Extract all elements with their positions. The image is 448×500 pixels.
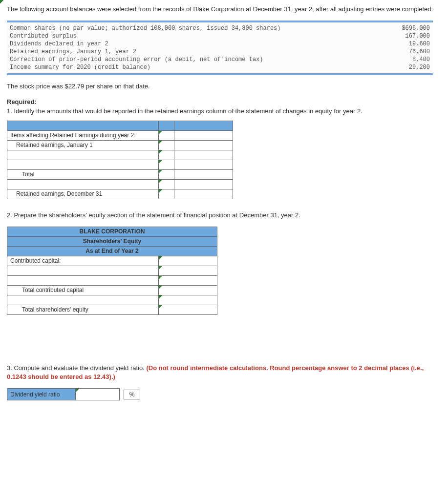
amount-cell[interactable] [159,160,174,169]
account-value: 167,000 [405,33,430,40]
percent-unit-cell: % [120,389,144,400]
equity-title: Shareholders' Equity [7,236,217,246]
retained-earnings-jan1-label: Retained earnings, January 1 [7,140,159,150]
account-label: Dividends declared in year 2 [10,41,108,47]
amount-cell[interactable] [159,179,174,189]
q3-text: 3. Compute and evaluate the dividend yie… [7,364,441,381]
account-row: Income summary for 2020 (credit balance)… [10,63,430,71]
retained-earnings-dec31-label: Retained earnings, December 31 [7,189,159,199]
amount-cell[interactable] [159,150,174,160]
total-shareholders-equity-label: Total shareholders' equity [7,305,159,314]
amount-cell[interactable] [174,169,233,179]
amount-cell[interactable] [159,130,174,140]
account-value: 8,400 [412,56,430,63]
blank-item-cell[interactable] [7,266,159,275]
total-label: Total [7,169,159,179]
account-label: Income summary for 2020 (credit balance) [10,64,150,71]
amount-cell[interactable] [174,189,233,199]
header-cell [174,121,233,130]
required-label: Required: [7,98,441,106]
blank-item-cell[interactable] [7,295,159,305]
blank-item-cell[interactable] [7,150,159,160]
account-value: 29,200 [409,64,430,71]
amount-cell[interactable] [159,189,174,199]
account-label: Correction of prior-period accounting er… [10,56,263,63]
contributed-capital-label: Contributed capital: [7,256,159,266]
amount-cell[interactable] [159,285,217,295]
account-row: Retained earnings, January 1, year 276,6… [10,48,430,56]
amount-cell[interactable] [174,179,233,189]
blank-item-cell[interactable] [7,179,159,189]
dividend-yield-label: Dividend yield ratio [7,389,76,400]
amount-cell[interactable] [159,169,174,179]
q2-text: 2. Prepare the shareholders' equity sect… [7,211,441,220]
amount-cell[interactable] [159,140,174,150]
account-label: Contributed surplus [10,33,77,40]
intro-text: The following account balances were sele… [7,5,441,14]
amount-cell[interactable] [174,160,233,169]
account-row: Correction of prior-period accounting er… [10,56,430,63]
account-label: Common shares (no par value; authorized … [10,25,281,32]
dividend-yield-table: Dividend yield ratio % [7,388,143,400]
account-value: $696,000 [402,25,430,32]
account-balances-block: Common shares (no par value; authorized … [7,21,433,75]
blank-item-cell[interactable] [7,275,159,285]
amount-cell[interactable] [159,305,217,314]
amount-cell[interactable] [159,295,217,305]
amount-cell[interactable] [159,256,217,266]
total-contributed-label: Total contributed capital [7,285,159,295]
retained-earnings-table: Items affecting Retained Earnings during… [7,121,233,199]
account-row: Common shares (no par value; authorized … [10,24,430,32]
account-row: Contributed surplus167,000 [10,32,430,40]
corp-title: BLAKE CORPORATION [7,227,217,236]
dividend-yield-input[interactable] [76,389,120,400]
amount-cell[interactable] [174,130,233,140]
account-value: 19,600 [409,41,430,47]
blank-item-cell[interactable] [7,160,159,169]
amount-cell[interactable] [174,150,233,160]
header-cell [7,121,159,130]
date-title: As at End of Year 2 [7,246,217,256]
account-row: Dividends declared in year 219,600 [10,40,430,48]
q1-text: 1. Identify the amounts that would be re… [7,107,441,116]
percent-label: % [124,390,140,399]
amount-cell[interactable] [174,140,233,150]
account-label: Retained earnings, January 1, year 2 [10,48,136,55]
items-affecting-header: Items affecting Retained Earnings during… [7,130,159,140]
stock-price-text: The stock price was $22.79 per share on … [7,82,441,91]
account-value: 76,600 [409,48,430,55]
shareholders-equity-table: BLAKE CORPORATION Shareholders' Equity A… [7,227,217,315]
header-cell [159,121,174,130]
amount-cell[interactable] [159,275,217,285]
amount-cell[interactable] [159,266,217,275]
